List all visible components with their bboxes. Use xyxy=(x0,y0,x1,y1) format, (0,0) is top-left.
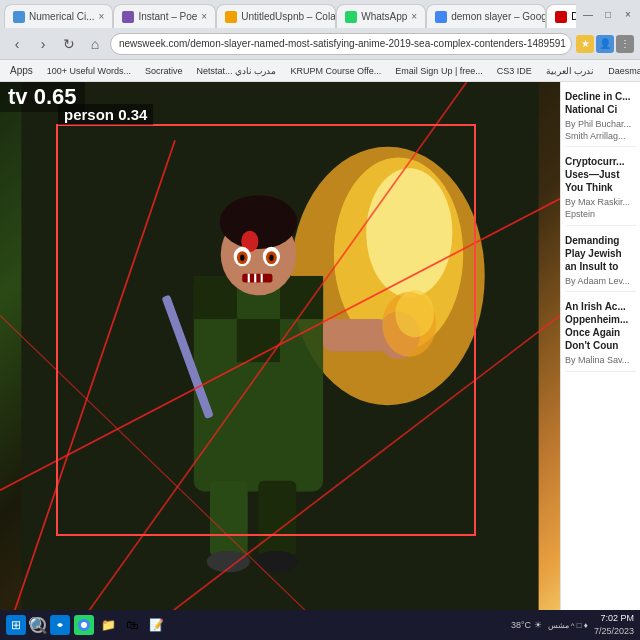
sidebar-article-1[interactable]: Decline in C...National Ci By Phil Bucha… xyxy=(565,86,636,147)
search-button[interactable]: 🔍 xyxy=(30,617,46,633)
main-content: person 0.34 tv 0.65 xyxy=(0,82,560,610)
bookmark-email[interactable]: Email Sign Up | free... xyxy=(391,65,486,77)
tab-2-label: Instant – Poe xyxy=(138,11,197,22)
sidebar-article-2[interactable]: Cryptocurr...Uses—JustYou Think By Max R… xyxy=(565,151,636,225)
taskbar-right: 38°C ☀ مشس ^ □ ♦ 7:02 PM 7/25/2023 xyxy=(511,612,634,637)
tab-6-active[interactable]: Demon Slayer! Named 'M... × xyxy=(546,4,576,28)
taskbar-folder-icon[interactable]: 📁 xyxy=(98,615,118,635)
profile-icon[interactable]: 👤 xyxy=(596,35,614,53)
sidebar-article-2-title: Cryptocurr...Uses—JustYou Think xyxy=(565,155,636,194)
extensions-icon[interactable]: ★ xyxy=(576,35,594,53)
bookmark-cs3[interactable]: CS3 IDE xyxy=(493,65,536,77)
sidebar: Decline in C...National Ci By Phil Bucha… xyxy=(560,82,640,610)
tab-2-close[interactable]: × xyxy=(201,11,207,22)
time-display: 7:02 PM xyxy=(594,612,634,625)
tab-3-label: UntitledUspnb – Colabo... xyxy=(241,11,336,22)
maximize-button[interactable]: □ xyxy=(600,6,616,22)
tv-confidence-label: tv 0.65 xyxy=(0,82,85,112)
sidebar-article-4-author: By Malina Sav... xyxy=(565,355,636,367)
address-text: newsweek.com/demon-slayer-named-most-sat… xyxy=(119,38,566,49)
content-area: person 0.34 tv 0.65 Decline in C...Natio… xyxy=(0,82,640,610)
sidebar-article-4-title: An Irish Ac...Oppenheim...Once AgainDon'… xyxy=(565,300,636,352)
tab-4-close[interactable]: × xyxy=(411,11,417,22)
sidebar-article-3-author: By Adaam Lev... xyxy=(565,276,636,288)
taskbar-temp: 38°C ☀ xyxy=(511,620,542,630)
bookmarks-bar: Apps 100+ Useful Words... Socrative Nets… xyxy=(0,60,640,82)
window-controls: — □ × xyxy=(580,6,636,22)
tab-bar: Numerical Ci... × Instant – Poe × Untitl… xyxy=(4,0,576,28)
back-button[interactable]: ‹ xyxy=(6,33,28,55)
tab-5[interactable]: demon slayer – Google S... × xyxy=(426,4,546,28)
minimize-button[interactable]: — xyxy=(580,6,596,22)
address-bar-row: ‹ › ↻ ⌂ newsweek.com/demon-slayer-named-… xyxy=(0,28,640,60)
menu-icon[interactable]: ⋮ xyxy=(616,35,634,53)
sidebar-article-4[interactable]: An Irish Ac...Oppenheim...Once AgainDon'… xyxy=(565,296,636,372)
tab-4-label: WhatsApp xyxy=(361,11,407,22)
tab-1-close[interactable]: × xyxy=(99,11,105,22)
taskbar-time: 7:02 PM 7/25/2023 xyxy=(594,612,634,637)
bookmark-netstat[interactable]: Netstat... مدرب نادي xyxy=(192,65,280,77)
tab-6-favicon xyxy=(555,11,567,23)
bookmark-daesmas[interactable]: Daesmas | Graphing... xyxy=(604,65,640,77)
taskbar-chrome-icon[interactable] xyxy=(74,615,94,635)
main-wrapper: person 0.34 tv 0.65 xyxy=(0,82,560,610)
tab-4[interactable]: WhatsApp × xyxy=(336,4,426,28)
sidebar-article-3[interactable]: DemandingPlay Jewishan Insult to By Adaa… xyxy=(565,230,636,293)
tab-4-favicon xyxy=(345,11,357,23)
bookmark-arabic[interactable]: ندرب العربية xyxy=(542,65,599,77)
sidebar-article-2-author: By Max Raskir...Epstein xyxy=(565,197,636,220)
browser-titlebar: Numerical Ci... × Instant – Poe × Untitl… xyxy=(0,0,640,28)
tab-3[interactable]: UntitledUspnb – Colabo... × xyxy=(216,4,336,28)
refresh-button[interactable]: ↻ xyxy=(58,33,80,55)
detection-box: person 0.34 xyxy=(56,124,476,536)
taskbar-vscode-icon[interactable]: 📝 xyxy=(146,615,166,635)
taskbar-system-icons: مشس ^ □ ♦ xyxy=(548,621,588,630)
sidebar-article-1-author: By Phil Buchar...Smith Arrillag... xyxy=(565,119,636,142)
sidebar-article-3-title: DemandingPlay Jewishan Insult to xyxy=(565,234,636,273)
tab-1-label: Numerical Ci... xyxy=(29,11,95,22)
bookmark-apps[interactable]: Apps xyxy=(6,64,37,77)
tab-2-favicon xyxy=(122,11,134,23)
tab-5-label: demon slayer – Google S... xyxy=(451,11,546,22)
sidebar-article-1-title: Decline in C...National Ci xyxy=(565,90,636,116)
bookmark-useful-words[interactable]: 100+ Useful Words... xyxy=(43,65,135,77)
bookmark-krupm[interactable]: KRUPM Course Offe... xyxy=(286,65,385,77)
forward-button[interactable]: › xyxy=(32,33,54,55)
tab-5-favicon xyxy=(435,11,447,23)
home-button[interactable]: ⌂ xyxy=(84,33,106,55)
tab-3-favicon xyxy=(225,11,237,23)
toolbar-icons: ★ 👤 ⋮ xyxy=(576,35,634,53)
date-display: 7/25/2023 xyxy=(594,625,634,638)
address-input[interactable]: newsweek.com/demon-slayer-named-most-sat… xyxy=(110,33,572,55)
taskbar-store-icon[interactable]: 🛍 xyxy=(122,615,142,635)
taskbar: ⊞ 🔍 📁 🛍 📝 38°C ☀ مشس ^ □ ♦ 7:02 PM 7/25/… xyxy=(0,610,640,640)
taskbar-edge-icon[interactable] xyxy=(50,615,70,635)
svg-point-37 xyxy=(81,622,87,628)
detection-overlay: person 0.34 xyxy=(0,82,560,610)
tab-6-label: Demon Slayer! Named 'M... xyxy=(571,11,576,22)
tab-1[interactable]: Numerical Ci... × xyxy=(4,4,113,28)
weather-icon: ☀ xyxy=(534,620,542,630)
close-button[interactable]: × xyxy=(620,6,636,22)
tab-1-favicon xyxy=(13,11,25,23)
tab-2[interactable]: Instant – Poe × xyxy=(113,4,216,28)
start-button[interactable]: ⊞ xyxy=(6,615,26,635)
bookmark-socrative[interactable]: Socrative xyxy=(141,65,187,77)
